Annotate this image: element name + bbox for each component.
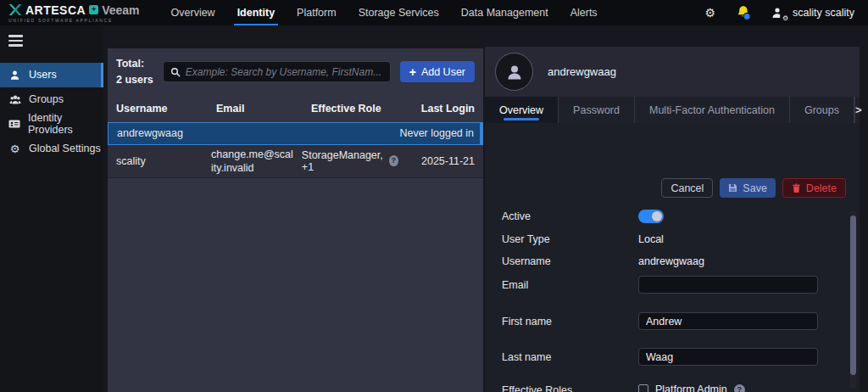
user-type-value: Local bbox=[638, 233, 664, 245]
last-name-field[interactable] bbox=[638, 348, 818, 366]
plus-icon: + bbox=[409, 66, 416, 78]
avatar bbox=[495, 53, 533, 91]
save-button[interactable]: Save bbox=[720, 178, 776, 198]
nav-alerts[interactable]: Alerts bbox=[559, 0, 609, 25]
first-name-label: First name bbox=[502, 316, 638, 328]
active-label: Active bbox=[502, 210, 638, 222]
brand-logo: ARTESCA + Veeam UNIFIED SOFTWARE APPLIAN… bbox=[8, 3, 140, 23]
cell-email: change.me@scality.invalid bbox=[211, 148, 302, 176]
sidebar-item-label: Identity Providers bbox=[28, 112, 103, 136]
cell-last-login: Never logged in bbox=[393, 127, 474, 139]
add-user-button[interactable]: + Add User bbox=[400, 61, 475, 82]
platform-admin-checkbox[interactable] bbox=[638, 384, 648, 392]
sidebar-item-label: Groups bbox=[29, 93, 64, 105]
brand-tagline: UNIFIED SOFTWARE APPLIANCE bbox=[8, 18, 140, 23]
help-icon[interactable]: ? bbox=[389, 155, 398, 166]
last-name-label: Last name bbox=[502, 351, 638, 363]
search-icon bbox=[170, 67, 181, 77]
cancel-button[interactable]: Cancel bbox=[661, 178, 713, 198]
delete-button[interactable]: Delete bbox=[782, 178, 846, 198]
plus-square-icon: + bbox=[89, 5, 98, 14]
account-name: scality scality bbox=[793, 7, 854, 19]
col-email: Email bbox=[216, 103, 311, 115]
table-row-andrewgwaag[interactable]: andrewgwaag Never logged in bbox=[108, 122, 483, 145]
help-icon[interactable]: ? bbox=[734, 384, 745, 392]
id-card-icon bbox=[8, 119, 20, 129]
table-row-scality[interactable]: scality change.me@scality.invalid Storag… bbox=[108, 145, 483, 179]
user-search bbox=[163, 61, 391, 82]
cell-effective-role: StorageManager, +1 bbox=[302, 149, 385, 173]
username-value: andrewgwaag bbox=[638, 255, 704, 267]
detail-title: andrewgwaag bbox=[548, 65, 616, 78]
tab-password[interactable]: Password bbox=[559, 97, 635, 123]
effective-roles-label: Effective Roles bbox=[502, 384, 638, 392]
gear-icon: ⚙ bbox=[8, 143, 21, 154]
search-input[interactable] bbox=[186, 66, 383, 78]
sidebar-item-label: Users bbox=[29, 69, 57, 81]
nav-identity[interactable]: Identity bbox=[226, 0, 286, 25]
scrollbar-thumb[interactable] bbox=[850, 216, 856, 375]
trash-icon bbox=[792, 183, 801, 193]
hamburger-menu-icon[interactable] bbox=[8, 35, 23, 47]
col-last-login: Last Login bbox=[394, 103, 475, 115]
more-tabs-chevron-icon[interactable]: > bbox=[854, 97, 862, 123]
brand-name: ARTESCA bbox=[25, 3, 86, 17]
nav-storage-services[interactable]: Storage Services bbox=[348, 0, 450, 25]
sidebar-item-groups[interactable]: Groups bbox=[0, 87, 103, 112]
users-total-count: 2 users bbox=[116, 72, 153, 88]
tab-groups[interactable]: Groups bbox=[790, 97, 854, 123]
nav-data-management[interactable]: Data Management bbox=[450, 0, 559, 25]
col-effective-role: Effective Role bbox=[311, 103, 394, 115]
sidebar-item-identity-providers[interactable]: Identity Providers bbox=[0, 112, 103, 137]
user-type-label: User Type bbox=[502, 233, 638, 245]
sidebar: Users Groups bbox=[0, 25, 103, 392]
active-toggle[interactable] bbox=[638, 210, 664, 223]
users-table-header: Username Email Effective Role Last Login bbox=[108, 98, 483, 122]
main-nav: Overview Identity Platform Storage Servi… bbox=[160, 0, 609, 25]
tab-mfa[interactable]: Multi-Factor Authentication bbox=[635, 97, 790, 123]
email-label: Email bbox=[502, 279, 638, 291]
overview-form: Cancel Save bbox=[485, 170, 860, 392]
floppy-icon bbox=[728, 183, 737, 193]
artesca-mark-icon bbox=[8, 3, 22, 16]
user-detail-panel: andrewgwaag Overview Password Multi-Fact… bbox=[485, 47, 860, 392]
cell-username: andrewgwaag bbox=[117, 127, 217, 139]
detail-header: andrewgwaag bbox=[485, 47, 860, 97]
notifications-bell-icon[interactable] bbox=[736, 5, 751, 20]
account-menu[interactable]: ⚙ scality scality bbox=[771, 7, 854, 20]
topbar: ARTESCA + Veeam UNIFIED SOFTWARE APPLIAN… bbox=[0, 0, 868, 25]
settings-gear-icon[interactable]: ⚙ bbox=[705, 7, 716, 19]
nav-overview[interactable]: Overview bbox=[160, 0, 226, 25]
groups-icon bbox=[8, 94, 21, 105]
nav-platform[interactable]: Platform bbox=[286, 0, 348, 25]
col-username: Username bbox=[116, 103, 216, 115]
tab-overview[interactable]: Overview bbox=[485, 97, 559, 123]
username-label: Username bbox=[502, 255, 638, 267]
platform-admin-label: Platform Admin bbox=[655, 384, 727, 392]
cell-username: scality bbox=[116, 155, 211, 167]
user-icon bbox=[8, 70, 21, 81]
users-total: Total: 2 users bbox=[116, 56, 153, 88]
first-name-field[interactable] bbox=[638, 312, 818, 330]
detail-tabs: Overview Password Multi-Factor Authentic… bbox=[485, 97, 860, 123]
cell-last-login: 2025-11-21 bbox=[398, 155, 475, 167]
sidebar-item-users[interactable]: Users bbox=[0, 63, 103, 87]
sidebar-item-global-settings[interactable]: ⚙ Global Settings bbox=[0, 137, 103, 161]
brand-partner: Veeam bbox=[102, 3, 139, 17]
vertical-scrollbar[interactable] bbox=[850, 210, 856, 389]
users-list-panel: Total: 2 users + Add User Username Email… bbox=[108, 48, 483, 392]
sidebar-item-label: Global Settings bbox=[29, 143, 101, 154]
email-field[interactable] bbox=[638, 276, 818, 294]
user-gear-icon: ⚙ bbox=[771, 7, 786, 20]
